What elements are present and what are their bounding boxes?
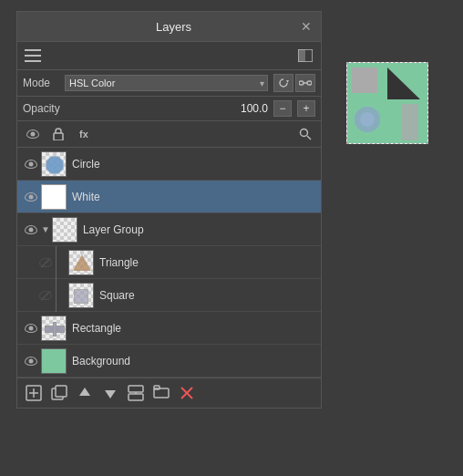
layer-name-square: Square — [99, 289, 317, 302]
layer-visibility-white[interactable] — [21, 187, 41, 207]
layer-item[interactable]: Square — [17, 279, 321, 312]
svg-rect-23 — [154, 386, 159, 389]
layer-thumbnail-square — [68, 283, 94, 308]
merge-layers-button[interactable] — [125, 382, 147, 404]
svg-line-11 — [307, 136, 311, 140]
collapse-icon[interactable] — [23, 46, 43, 66]
opacity-value: 100.0 — [74, 102, 268, 115]
layer-visibility-triangle[interactable] — [36, 253, 56, 273]
layer-thumbnail-triangle — [68, 250, 94, 275]
svg-rect-16 — [56, 386, 67, 397]
layer-thumbnail-group — [52, 217, 77, 243]
mode-icons — [273, 74, 315, 92]
layer-name-background: Background — [72, 355, 317, 367]
layer-visibility-background[interactable] — [21, 351, 41, 371]
layer-name-white: White — [72, 191, 317, 203]
layer-item[interactable]: Background — [17, 345, 321, 378]
search-icon[interactable] — [295, 124, 315, 144]
panel-options-icon[interactable] — [295, 46, 315, 66]
layers-panel: Layers ✕ Mode HSL Color Normal Multipl — [16, 11, 322, 409]
svg-point-30 — [360, 112, 375, 127]
layer-name-rectangle: Rectangle — [72, 322, 317, 335]
lock-filter-icon[interactable] — [48, 124, 68, 144]
layer-visibility-square[interactable] — [36, 285, 56, 305]
layer-name-group: Layer Group — [83, 223, 317, 236]
svg-marker-18 — [105, 390, 116, 398]
close-button[interactable]: ✕ — [301, 19, 312, 34]
mode-label: Mode — [23, 77, 59, 89]
filter-row: fx — [17, 121, 321, 148]
svg-rect-19 — [129, 386, 143, 392]
layer-item[interactable]: White — [17, 181, 321, 213]
mode-row: Mode HSL Color Normal Multiply Screen — [17, 70, 321, 97]
bottom-toolbar — [17, 378, 321, 408]
panel-header: Layers ✕ — [17, 12, 321, 42]
mode-select[interactable]: HSL Color Normal Multiply Screen — [65, 75, 268, 91]
opacity-plus-button[interactable]: + — [297, 100, 315, 117]
svg-rect-20 — [129, 394, 143, 400]
svg-marker-17 — [79, 388, 90, 396]
layers-list: Circle White ▼ Layer Group — [17, 148, 321, 378]
opacity-minus-button[interactable]: − — [273, 100, 292, 117]
svg-rect-4 — [298, 49, 305, 62]
opacity-label: Opacity — [23, 102, 68, 115]
group-layers-button[interactable] — [150, 382, 172, 404]
svg-rect-1 — [25, 55, 41, 57]
new-layer-button[interactable] — [23, 382, 45, 404]
svg-rect-2 — [25, 60, 41, 62]
fx-filter-icon[interactable]: fx — [74, 124, 94, 144]
svg-point-10 — [301, 129, 308, 137]
delete-layer-button[interactable] — [176, 382, 198, 404]
move-down-button[interactable] — [99, 382, 121, 404]
visibility-filter-icon[interactable] — [23, 124, 43, 144]
svg-marker-5 — [286, 80, 289, 83]
layer-visibility-circle[interactable] — [21, 154, 41, 174]
canvas-preview — [346, 62, 428, 144]
svg-rect-9 — [54, 133, 63, 140]
layer-item[interactable]: Rectangle — [17, 312, 321, 345]
layer-item[interactable]: ▼ Layer Group — [17, 213, 321, 246]
mode-select-wrap: HSL Color Normal Multiply Screen — [65, 75, 268, 91]
svg-rect-0 — [25, 49, 41, 51]
duplicate-layer-button[interactable] — [48, 382, 70, 404]
panel-title: Layers — [46, 20, 301, 34]
reset-mode-button[interactable] — [273, 74, 293, 92]
svg-rect-7 — [307, 81, 312, 85]
layer-thumbnail-white — [41, 184, 67, 210]
svg-rect-27 — [352, 67, 377, 93]
svg-rect-6 — [299, 81, 304, 85]
layer-thumbnail-rectangle — [41, 316, 67, 341]
layer-name-circle: Circle — [72, 158, 317, 171]
layer-name-triangle: Triangle — [99, 256, 317, 269]
expand-arrow-group[interactable]: ▼ — [41, 224, 50, 234]
layer-visibility-group[interactable] — [21, 220, 41, 240]
opacity-row: Opacity 100.0 − + — [17, 97, 321, 121]
layer-item[interactable]: Circle — [17, 148, 321, 181]
panel-toolbar — [17, 42, 321, 70]
chain-mode-button[interactable] — [295, 74, 315, 92]
svg-rect-31 — [402, 104, 418, 140]
layer-thumbnail-background — [41, 348, 67, 374]
move-up-button[interactable] — [74, 382, 96, 404]
layer-thumbnail-circle — [41, 151, 67, 177]
layer-visibility-rectangle[interactable] — [21, 318, 41, 338]
layer-item[interactable]: Triangle — [17, 246, 321, 279]
